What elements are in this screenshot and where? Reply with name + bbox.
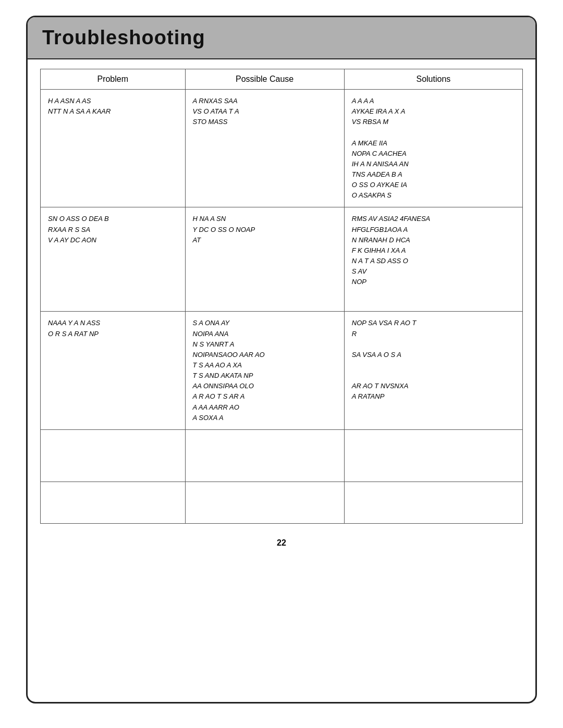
cause-cell-5 <box>185 482 344 523</box>
cause-cell-2: H NA A SN Y DC O SS O NOAP AT <box>185 207 344 312</box>
problem-cell-3: NAAA Y A N ASS O R S A RAT NP <box>41 312 186 429</box>
header-cause: Possible Cause <box>185 69 344 90</box>
problem-cell-2: SN O ASS O DEA B RXAA R S SA V A AY DC A… <box>41 207 186 312</box>
solution-cell-3: NOP SA VSA R AO T R SA VSA A O S A AR AO… <box>344 312 522 429</box>
table-area: Problem Possible Cause Solutions H A ASN… <box>28 59 535 529</box>
solution-cell-1: A A A A AYKAE IRA A X A VS RBSA M A MKAE… <box>344 90 522 207</box>
page-container: Troubleshooting Problem Possible Cause S… <box>26 16 537 704</box>
cause-cell-4 <box>185 429 344 482</box>
problem-cell-4 <box>41 429 186 482</box>
solution-cell-2: RMS AV ASIA2 4FANESA HFGLFGB1AOA A N NRA… <box>344 207 522 312</box>
table-row: NAAA Y A N ASS O R S A RAT NP S A ONA AY… <box>41 312 523 429</box>
problem-cell-5 <box>41 482 186 523</box>
cause-cell-3: S A ONA AY NOIPA ANA N S YANRT A NOIPANS… <box>185 312 344 429</box>
table-row <box>41 429 523 482</box>
table-row: H A ASN A AS NTT N A SA A KAAR A RNXAS S… <box>41 90 523 207</box>
header-solutions: Solutions <box>344 69 522 90</box>
solution-cell-5 <box>344 482 522 523</box>
problem-cell-1: H A ASN A AS NTT N A SA A KAAR <box>41 90 186 207</box>
table-row: SN O ASS O DEA B RXAA R S SA V A AY DC A… <box>41 207 523 312</box>
solution-cell-4 <box>344 429 522 482</box>
page-number: 22 <box>28 538 535 548</box>
page-title: Troubleshooting <box>42 27 521 49</box>
troubleshooting-table: Problem Possible Cause Solutions H A ASN… <box>40 69 523 524</box>
cause-cell-1: A RNXAS SAA VS O ATAA T A STO MASS <box>185 90 344 207</box>
header-problem: Problem <box>41 69 186 90</box>
title-bar: Troubleshooting <box>28 17 535 59</box>
table-row <box>41 482 523 523</box>
